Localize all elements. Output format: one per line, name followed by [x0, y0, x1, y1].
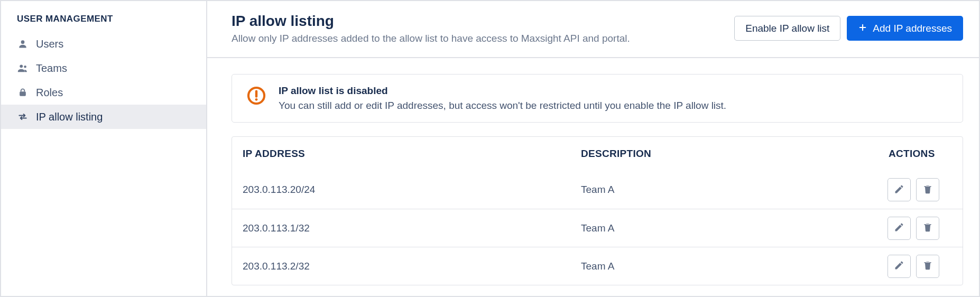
sidebar-item-label: Users: [36, 39, 63, 49]
sidebar: USER MANAGEMENT Users Teams Roles IP all…: [1, 1, 207, 296]
ip-address-cell: 203.0.113.2/32: [232, 251, 570, 282]
header-text: IP allow listing Allow only IP addresses…: [232, 13, 630, 44]
svg-rect-3: [20, 91, 26, 96]
main: IP allow listing Allow only IP addresses…: [207, 1, 979, 296]
alert-disabled: IP allow list is disabled You can still …: [232, 74, 963, 123]
sidebar-item-label: IP allow listing: [36, 112, 103, 122]
alert-title: IP allow list is disabled: [279, 85, 726, 97]
ip-address-cell: 203.0.113.20/24: [232, 174, 570, 205]
ip-address-cell: 203.0.113.1/32: [232, 213, 570, 244]
page-subtitle: Allow only IP addresses added to the all…: [232, 33, 630, 44]
edit-button[interactable]: [887, 255, 911, 278]
sidebar-item-roles[interactable]: Roles: [1, 80, 206, 105]
warning-icon: [246, 85, 267, 106]
svg-point-0: [21, 40, 25, 44]
lock-icon: [17, 87, 29, 98]
trash-icon: [922, 222, 933, 234]
alert-body: You can still add or edit IP addresses, …: [279, 100, 726, 112]
delete-button[interactable]: [916, 255, 939, 278]
team-icon: [17, 62, 29, 74]
delete-button[interactable]: [916, 217, 939, 240]
actions-cell: [878, 210, 963, 246]
button-label: Add IP addresses: [873, 23, 952, 33]
svg-point-2: [24, 66, 26, 68]
sidebar-item-users[interactable]: Users: [1, 32, 206, 56]
trash-icon: [922, 184, 933, 196]
alert-text: IP allow list is disabled You can still …: [279, 85, 726, 112]
table-header-row: IP ADDRESS DESCRIPTION ACTIONS: [232, 137, 963, 171]
page-title: IP allow listing: [232, 13, 630, 30]
edit-button[interactable]: [887, 217, 911, 240]
edit-button[interactable]: [887, 178, 911, 201]
sidebar-item-label: Teams: [36, 63, 67, 73]
plus-icon: [858, 23, 867, 34]
description-cell: Team A: [570, 174, 878, 205]
add-ip-addresses-button[interactable]: Add IP addresses: [847, 16, 963, 41]
header-actions: Enable IP allow list Add IP addresses: [734, 16, 963, 41]
page-header: IP allow listing Allow only IP addresses…: [207, 1, 979, 58]
column-header-actions: ACTIONS: [878, 138, 963, 169]
sidebar-item-teams[interactable]: Teams: [1, 56, 206, 80]
actions-cell: [878, 172, 963, 208]
table-row: 203.0.113.20/24 Team A: [232, 171, 963, 209]
svg-point-6: [255, 98, 258, 101]
trash-icon: [922, 260, 933, 272]
table-row: 203.0.113.1/32 Team A: [232, 209, 963, 247]
pencil-icon: [894, 184, 904, 196]
column-header-description: DESCRIPTION: [570, 138, 878, 169]
description-cell: Team A: [570, 251, 878, 282]
user-icon: [17, 38, 29, 50]
svg-point-1: [20, 64, 23, 68]
actions-cell: [878, 248, 963, 284]
ip-table: IP ADDRESS DESCRIPTION ACTIONS 203.0.113…: [232, 136, 963, 285]
table-body: 203.0.113.20/24 Team A 203.0.113.1/32 Te…: [232, 171, 963, 285]
enable-ip-allow-list-button[interactable]: Enable IP allow list: [734, 16, 840, 41]
app-frame: USER MANAGEMENT Users Teams Roles IP all…: [0, 0, 980, 297]
sidebar-item-label: Roles: [36, 87, 63, 98]
content: IP allow list is disabled You can still …: [207, 58, 979, 285]
description-cell: Team A: [570, 213, 878, 244]
table-row: 203.0.113.2/32 Team A: [232, 247, 963, 285]
pencil-icon: [894, 222, 904, 234]
button-label: Enable IP allow list: [745, 23, 829, 33]
sidebar-title: USER MANAGEMENT: [1, 14, 206, 32]
pencil-icon: [894, 260, 904, 272]
column-header-ip: IP ADDRESS: [232, 138, 570, 169]
delete-button[interactable]: [916, 178, 939, 201]
sidebar-item-ip-allow-listing[interactable]: IP allow listing: [1, 105, 206, 129]
swap-icon: [17, 111, 29, 123]
